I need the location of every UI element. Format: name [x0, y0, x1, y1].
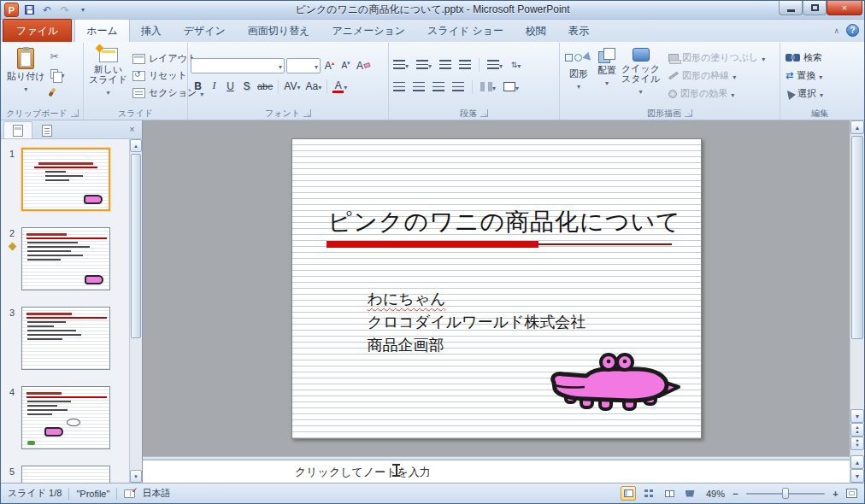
font-name-select[interactable] — [191, 58, 285, 73]
align-center-button[interactable] — [411, 79, 427, 95]
help-button[interactable]: ? — [846, 24, 859, 37]
shape-effects-button[interactable]: 図形の効果 — [666, 85, 768, 102]
close-button[interactable]: × — [827, 1, 862, 15]
scroll-track[interactable] — [850, 134, 864, 409]
spellcheck-icon[interactable] — [124, 489, 135, 498]
format-painter-button[interactable] — [48, 84, 68, 100]
slide-title[interactable]: ピンクのワニの商品化について — [328, 206, 681, 238]
scroll-up-button[interactable] — [130, 139, 142, 152]
thumbnail-slide-5[interactable] — [21, 466, 110, 483]
zoom-slider-thumb[interactable] — [782, 488, 789, 499]
align-left-button[interactable] — [391, 79, 407, 95]
tab-review[interactable]: 校閲 — [515, 20, 557, 42]
notes-scroll-down-button[interactable] — [850, 469, 864, 483]
dialog-launcher-icon[interactable] — [71, 109, 79, 117]
underline-button[interactable]: U — [223, 79, 238, 94]
arrange-button[interactable]: 配置 — [595, 44, 619, 107]
slide-subtitle[interactable]: わにちゃん クロコダイルワールド株式会社 商品企画部 — [368, 288, 586, 357]
save-button[interactable] — [21, 3, 37, 17]
language-indicator[interactable]: 日本語 — [142, 487, 170, 500]
slide-sorter-view-button[interactable] — [641, 486, 656, 501]
collapse-ribbon-button[interactable]: ∧ — [833, 26, 839, 35]
theme-name[interactable]: "Profile" — [76, 489, 109, 499]
notes-scroll-up-button[interactable] — [850, 455, 864, 469]
thumbnail-slide-3[interactable] — [21, 307, 110, 370]
main-scrollbar[interactable] — [850, 120, 864, 483]
previous-slide-button[interactable] — [850, 423, 864, 437]
dialog-launcher-icon[interactable] — [685, 109, 692, 117]
shape-fill-button[interactable]: 図形の塗りつぶし — [666, 50, 768, 66]
font-size-select[interactable] — [286, 58, 321, 73]
slides-tab[interactable] — [3, 121, 32, 138]
replace-button[interactable]: ⇄置換 — [783, 67, 856, 84]
reading-view-button[interactable] — [662, 486, 677, 501]
font-color-button[interactable]: A — [331, 79, 349, 94]
shape-outline-button[interactable]: 図形の枠線 — [666, 67, 768, 84]
notes-placeholder[interactable]: クリックしてノートを入力 — [295, 465, 431, 480]
line-spacing-button[interactable] — [485, 57, 504, 73]
thumbnail-slide-2[interactable] — [21, 227, 110, 290]
tab-transitions[interactable]: 画面切り替え — [237, 20, 321, 42]
grow-font-button[interactable]: A — [322, 58, 337, 73]
scroll-down-button[interactable] — [850, 409, 864, 423]
italic-button[interactable]: I — [207, 79, 221, 94]
close-pane-button[interactable]: × — [126, 123, 138, 136]
columns-button[interactable] — [479, 79, 497, 95]
scroll-thumb[interactable] — [851, 136, 863, 339]
shapes-button[interactable]: 図形 — [562, 44, 595, 107]
convert-smartart-button[interactable] — [502, 79, 521, 95]
zoom-slider[interactable] — [746, 488, 825, 499]
align-right-button[interactable] — [431, 79, 446, 95]
undo-button[interactable]: ↶ — [39, 3, 55, 17]
scroll-thumb[interactable] — [131, 154, 141, 338]
cut-button[interactable]: ✂ — [48, 48, 68, 64]
tab-animations[interactable]: アニメーション — [321, 20, 416, 42]
zoom-in-button[interactable]: + — [830, 489, 841, 499]
tab-slideshow[interactable]: スライド ショー — [416, 20, 515, 42]
character-spacing-button[interactable]: AV — [282, 79, 302, 94]
notes-pane[interactable]: クリックしてノートを入力 — [143, 460, 850, 483]
fit-to-window-button[interactable] — [846, 489, 857, 498]
sidebar-scrollbar[interactable] — [129, 139, 142, 483]
quick-styles-button[interactable]: クイック スタイル — [619, 44, 662, 107]
slideshow-view-button[interactable] — [682, 486, 697, 501]
increase-indent-button[interactable] — [457, 57, 473, 73]
tab-file[interactable]: ファイル — [3, 19, 72, 42]
select-button[interactable]: 選択 — [783, 85, 856, 102]
slide-indicator[interactable]: スライド 1/8 — [8, 487, 62, 500]
copy-button[interactable] — [48, 66, 68, 82]
tab-insert[interactable]: 挿入 — [130, 20, 173, 42]
dialog-launcher-icon[interactable] — [480, 109, 488, 117]
bullets-button[interactable] — [391, 57, 410, 73]
scroll-track[interactable] — [130, 152, 142, 470]
tab-design[interactable]: デザイン — [173, 20, 237, 42]
maximize-button[interactable] — [803, 1, 827, 15]
text-shadow-button[interactable]: S — [239, 79, 254, 94]
tab-view[interactable]: 表示 — [557, 20, 600, 42]
scroll-up-button[interactable] — [850, 120, 864, 134]
normal-view-button[interactable] — [621, 486, 636, 501]
slide[interactable]: ピンクのワニの商品化について わにちゃん クロコダイルワールド株式会社 商品企画… — [291, 138, 702, 439]
clear-formatting-button[interactable]: A — [355, 58, 372, 73]
numbering-button[interactable] — [415, 57, 433, 73]
shrink-font-button[interactable]: A — [338, 58, 353, 73]
thumbnail-slide-4[interactable] — [21, 386, 110, 449]
crocodile-drawing[interactable] — [549, 348, 684, 413]
outline-tab[interactable] — [32, 121, 62, 138]
new-slide-button[interactable]: 新しい スライド — [86, 44, 130, 107]
qat-customize-button[interactable]: ▾ — [75, 3, 91, 17]
redo-button[interactable]: ↷ — [57, 3, 73, 17]
strikethrough-button[interactable]: abe — [256, 79, 274, 94]
decrease-indent-button[interactable] — [438, 57, 453, 73]
find-button[interactable]: 検索 — [783, 50, 856, 66]
minimize-button[interactable] — [779, 1, 803, 15]
next-slide-button[interactable] — [850, 437, 864, 450]
bold-button[interactable]: B — [191, 79, 205, 94]
justify-button[interactable] — [450, 79, 466, 95]
text-direction-button[interactable]: ⇅ — [509, 57, 523, 73]
paste-button[interactable]: 貼り付け — [4, 44, 48, 107]
change-case-button[interactable]: Aa — [304, 79, 324, 94]
zoom-out-button[interactable]: − — [730, 489, 741, 499]
zoom-level[interactable]: 49% — [703, 489, 725, 499]
scroll-down-button[interactable] — [130, 470, 142, 483]
